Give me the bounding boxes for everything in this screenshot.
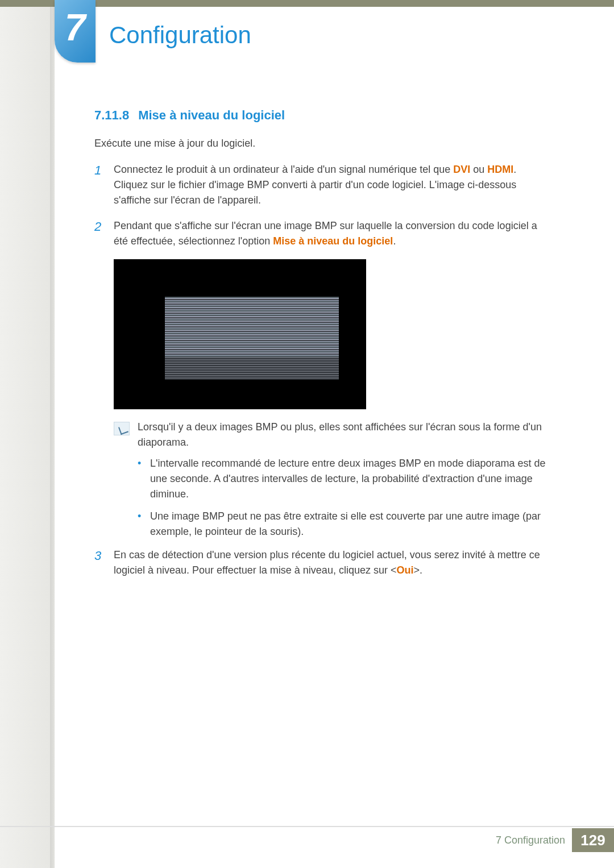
step-3: 3 En cas de détection d'une version plus… <box>94 547 551 578</box>
left-margin-strip <box>0 0 55 868</box>
step-3-oui: Oui <box>396 564 413 576</box>
step-2-option: Mise à niveau du logiciel <box>273 235 393 247</box>
step-1-dvi: DVI <box>453 164 470 175</box>
step-3-text-post: >. <box>413 564 422 576</box>
step-3-text-pre: En cas de détection d'une version plus r… <box>114 549 540 576</box>
page-number-box: 129 <box>572 828 614 852</box>
chapter-number-badge: 7 <box>55 0 96 63</box>
note-block: Lorsqu'il y a deux images BMP ou plus, e… <box>114 420 551 450</box>
step-1-text-mid: ou <box>470 164 487 175</box>
left-margin-shadow <box>50 0 56 868</box>
bmp-screen-illustration <box>114 259 366 409</box>
step-2-text-post: . <box>393 235 396 247</box>
note-text: Lorsqu'il y a deux images BMP ou plus, e… <box>138 420 551 450</box>
page-footer: 7 Configuration 129 <box>55 828 614 852</box>
step-2: 2 Pendant que s'affiche sur l'écran une … <box>94 218 551 249</box>
list-item: L'intervalle recommandé de lecture entre… <box>138 456 551 502</box>
step-number: 3 <box>94 546 101 565</box>
section-heading: 7.11.8Mise à niveau du logiciel <box>94 108 551 123</box>
section-intro: Exécute une mise à jour du logiciel. <box>94 138 551 149</box>
bmp-noise-pattern <box>165 297 339 357</box>
content-area: 7.11.8Mise à niveau du logiciel Exécute … <box>94 108 551 588</box>
footer-chapter-label: 7 Configuration <box>496 834 565 846</box>
step-1-hdmi: HDMI <box>487 164 513 175</box>
note-icon <box>114 422 130 435</box>
section-title: Mise à niveau du logiciel <box>138 108 285 122</box>
note-bullet-list: L'intervalle recommandé de lecture entre… <box>138 456 551 539</box>
footer-separator <box>0 826 614 827</box>
step-1: 1 Connectez le produit à un ordinateur à… <box>94 162 551 208</box>
section-number: 7.11.8 <box>94 108 129 122</box>
list-item: Une image BMP peut ne pas être extraite … <box>138 509 551 539</box>
step-number: 1 <box>94 161 101 180</box>
chapter-title: Configuration <box>109 22 251 49</box>
step-1-text-pre: Connectez le produit à un ordinateur à l… <box>114 164 453 175</box>
step-number: 2 <box>94 217 101 236</box>
